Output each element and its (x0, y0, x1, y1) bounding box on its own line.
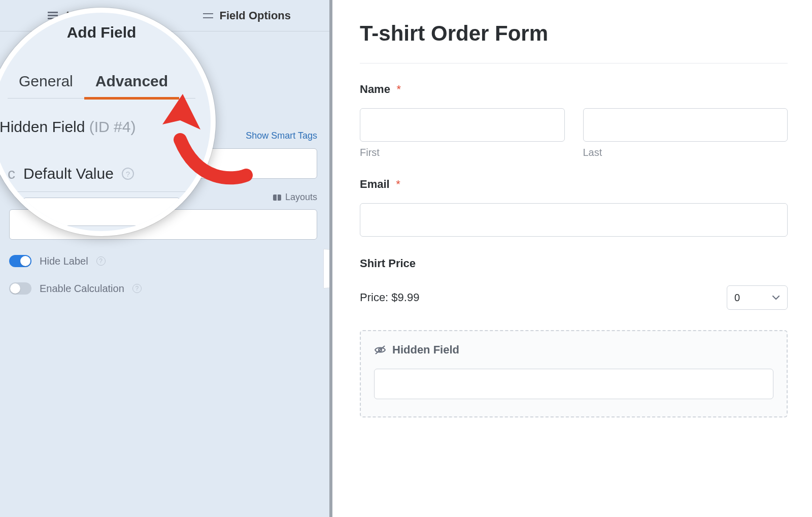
subtab-advanced[interactable]: Advanced (84, 68, 179, 100)
name-field-group: Name * First Last (360, 83, 788, 158)
first-name-sublabel: First (360, 147, 565, 158)
shirt-price-group: Shirt Price Price: $9.99 0 (360, 257, 788, 310)
shirt-qty-select[interactable]: 0 (727, 285, 788, 310)
subtab-general[interactable]: General (8, 68, 84, 98)
email-label: Email (360, 178, 390, 190)
magnifier-field-id: (ID #4) (89, 118, 136, 135)
collapse-sidebar-button[interactable] (323, 249, 332, 288)
hide-label-text: Hide Label (40, 255, 88, 267)
default-value-label: Default Value (23, 165, 114, 182)
tab-field-options-label: Field Options (219, 9, 291, 22)
magnifier-field-name: Hidden Field (0, 118, 85, 135)
magnifier-sub-tabs: General Advanced (8, 68, 195, 99)
show-smart-tags-link[interactable]: Show Smart Tags (246, 131, 317, 141)
name-label: Name (360, 83, 390, 95)
last-name-sublabel: Last (583, 147, 788, 158)
required-asterisk: * (396, 83, 401, 95)
magnifier-divider (11, 191, 192, 192)
chevron-left-icon (330, 263, 332, 274)
first-name-input[interactable] (360, 108, 565, 142)
columns-icon (273, 195, 281, 201)
eye-off-icon (374, 345, 386, 355)
email-field-group: Email * (360, 178, 788, 237)
shirt-qty-value: 0 (734, 292, 740, 304)
shirt-price-text: Price: $9.99 (360, 291, 419, 304)
layouts-label: Layouts (285, 192, 317, 203)
hide-label-row: Hide Label ? (9, 255, 317, 267)
help-icon[interactable]: ? (122, 168, 134, 180)
hidden-field-label: Hidden Field (392, 343, 459, 357)
c-stub: c (8, 165, 15, 182)
page-title: T-shirt Order Form (360, 21, 788, 46)
tab-field-options[interactable]: Field Options (165, 0, 330, 31)
required-asterisk: * (396, 178, 400, 190)
svg-line-1 (376, 346, 385, 354)
hidden-field-input[interactable] (374, 369, 773, 399)
chevron-down-icon (772, 295, 780, 301)
hide-label-toggle[interactable] (9, 255, 31, 267)
form-preview-panel: T-shirt Order Form Name * First Last Ema… (332, 0, 812, 517)
help-icon[interactable]: ? (132, 284, 142, 293)
magnifier-field-title: Hidden Field (ID #4) (0, 118, 136, 136)
enable-calculation-toggle[interactable] (9, 282, 31, 295)
help-icon[interactable]: ? (96, 256, 106, 266)
sliders-icon (203, 12, 213, 20)
title-divider (360, 63, 788, 63)
hidden-field-preview[interactable]: Hidden Field (360, 330, 788, 417)
enable-calc-text: Enable Calculation (40, 283, 124, 295)
field-options-sidebar: Add Fields Field Options Gen Show Smart … (0, 0, 332, 517)
email-input[interactable] (360, 203, 788, 237)
enable-calc-row: Enable Calculation ? (9, 282, 317, 295)
magnifier-default-value-row: c Default Value ? (8, 165, 134, 182)
layouts-link[interactable]: Layouts (273, 192, 317, 203)
last-name-input[interactable] (583, 108, 788, 142)
default-value-input[interactable] (23, 198, 180, 226)
shirt-price-label: Shirt Price (360, 257, 416, 270)
